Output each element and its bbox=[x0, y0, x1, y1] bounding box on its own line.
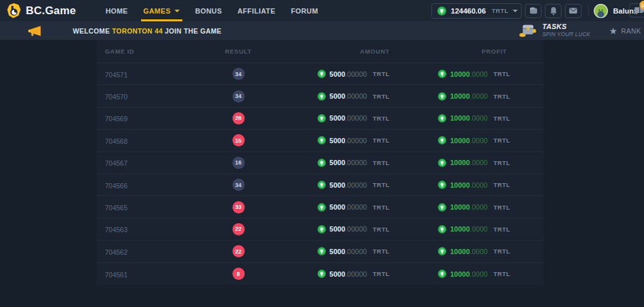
chat-notification-badge: 10 bbox=[639, 1, 644, 10]
profit-decimals: .0000 bbox=[470, 70, 488, 78]
header-divider bbox=[588, 5, 589, 17]
profit-currency: TRTL bbox=[493, 181, 510, 188]
amount-currency: TRTL bbox=[373, 181, 390, 188]
table-body: 704571 34 5000.00000 TRTL 10000.0000 TRT… bbox=[97, 63, 544, 285]
game-id: 704567 bbox=[105, 159, 128, 167]
amount-integer: 5000 bbox=[330, 159, 345, 166]
profit-currency: TRTL bbox=[493, 115, 510, 122]
messages-button[interactable] bbox=[565, 4, 582, 18]
trtl-coin-icon bbox=[438, 181, 446, 189]
profit-integer: 10000 bbox=[450, 137, 470, 144]
game-id: 704565 bbox=[105, 204, 128, 212]
profit-integer: 10000 bbox=[450, 225, 470, 233]
rank-button[interactable]: ★ RANK bbox=[609, 21, 641, 40]
avatar bbox=[594, 4, 608, 18]
profit-decimals: .0000 bbox=[470, 92, 488, 100]
tasks-widget[interactable]: TASKS SPIN YOUR LUCK bbox=[519, 23, 590, 37]
bets-table: GAME ID RESULT AMOUNT PROFIT 704571 34 5… bbox=[97, 40, 544, 285]
table-row[interactable]: 704561 8 5000.00000 TRTL 10000.0000 TRTL bbox=[97, 263, 544, 285]
amount-currency: TRTL bbox=[373, 270, 390, 277]
profit-currency: TRTL bbox=[493, 93, 510, 100]
amount-integer: 5000 bbox=[330, 92, 345, 100]
trtl-coin-icon bbox=[438, 92, 446, 101]
profit-decimals: .0000 bbox=[470, 159, 488, 166]
announcement-bar: WELCOME TORONTON 44 JOIN THE GAME TASKS … bbox=[0, 21, 644, 40]
trtl-coin-icon bbox=[437, 6, 446, 15]
top-bar: BC.Game HOME GAMES BONUS AFFILIATE FORUM bbox=[0, 0, 644, 21]
table-row[interactable]: 704566 34 5000.00000 TRTL 10000.0000 TRT… bbox=[97, 174, 544, 196]
amount-decimals: .00000 bbox=[345, 92, 367, 100]
result-badge: 22 bbox=[232, 245, 245, 257]
result-badge: 34 bbox=[232, 90, 245, 103]
trtl-coin-icon bbox=[317, 270, 326, 278]
balance-amount: 124460.06 bbox=[451, 7, 486, 15]
welcomed-username: TORONTON 44 bbox=[112, 27, 163, 35]
amount-integer: 5000 bbox=[330, 225, 345, 233]
main-content: GAME ID RESULT AMOUNT PROFIT 704571 34 5… bbox=[0, 40, 644, 307]
amount-currency: TRTL bbox=[373, 70, 390, 77]
star-icon: ★ bbox=[609, 26, 618, 35]
chevron-down-icon bbox=[175, 10, 180, 12]
trtl-coin-icon bbox=[317, 136, 326, 144]
profit-currency: TRTL bbox=[493, 226, 510, 233]
balance-selector[interactable]: 124460.06 TRTL bbox=[431, 3, 522, 19]
bell-icon bbox=[549, 6, 558, 15]
trtl-coin-icon bbox=[317, 92, 326, 101]
table-row[interactable]: 704563 22 5000.00000 TRTL 10000.0000 TRT… bbox=[97, 219, 544, 241]
nav-affiliate[interactable]: AFFILIATE bbox=[230, 0, 283, 21]
nav-home[interactable]: HOME bbox=[98, 0, 136, 21]
profit-currency: TRTL bbox=[493, 270, 510, 277]
game-id: 704563 bbox=[105, 226, 128, 233]
profit-decimals: .0000 bbox=[470, 225, 488, 233]
tasks-text: TASKS SPIN YOUR LUCK bbox=[542, 23, 590, 37]
bcgame-logo-icon bbox=[6, 3, 21, 19]
trtl-coin-icon bbox=[317, 181, 326, 189]
table-row[interactable]: 704570 34 5000.00000 TRTL 10000.0000 TRT… bbox=[97, 85, 544, 107]
amount-decimals: .00000 bbox=[345, 203, 367, 211]
profit-decimals: .0000 bbox=[470, 114, 488, 122]
result-badge: 15 bbox=[232, 134, 245, 146]
table-header: GAME ID RESULT AMOUNT PROFIT bbox=[97, 40, 544, 63]
treasure-chest-icon bbox=[519, 23, 536, 37]
brand-logo[interactable]: BC.Game bbox=[6, 3, 76, 19]
game-id: 704569 bbox=[105, 115, 128, 123]
amount-integer: 5000 bbox=[330, 181, 345, 189]
amount-decimals: .00000 bbox=[345, 225, 367, 233]
tasks-title: TASKS bbox=[542, 23, 590, 30]
profit-integer: 10000 bbox=[450, 248, 470, 255]
result-badge: 22 bbox=[232, 223, 245, 235]
game-id: 704561 bbox=[105, 271, 128, 279]
amount-integer: 5000 bbox=[330, 70, 345, 78]
chevron-down-icon bbox=[513, 10, 518, 12]
profit-integer: 10000 bbox=[450, 203, 470, 211]
trtl-coin-icon bbox=[438, 225, 446, 233]
wallet-button[interactable] bbox=[525, 4, 542, 18]
nav-bonus[interactable]: BONUS bbox=[187, 0, 230, 21]
profit-decimals: .0000 bbox=[470, 248, 488, 255]
table-row[interactable]: 704562 22 5000.00000 TRTL 10000.0000 TRT… bbox=[97, 241, 544, 262]
amount-integer: 5000 bbox=[330, 114, 345, 122]
game-id: 704568 bbox=[105, 137, 128, 145]
result-badge: 26 bbox=[232, 112, 245, 124]
top-right-controls: 124460.06 TRTL bbox=[431, 0, 644, 21]
result-badge: 33 bbox=[232, 201, 245, 213]
table-row[interactable]: 704568 15 5000.00000 TRTL 10000.0000 TRT… bbox=[97, 130, 544, 152]
trtl-coin-icon bbox=[438, 114, 446, 123]
brand-name: BC.Game bbox=[26, 5, 76, 17]
amount-integer: 5000 bbox=[330, 248, 345, 255]
amount-currency: TRTL bbox=[373, 159, 390, 166]
amount-integer: 5000 bbox=[330, 270, 345, 278]
trtl-coin-icon bbox=[317, 203, 326, 212]
table-row[interactable]: 704567 16 5000.00000 TRTL 10000.0000 TRT… bbox=[97, 152, 544, 174]
rank-label: RANK bbox=[621, 27, 641, 35]
table-row[interactable]: 704571 34 5000.00000 TRTL 10000.0000 TRT… bbox=[97, 63, 544, 85]
profit-decimals: .0000 bbox=[470, 203, 488, 211]
profit-currency: TRTL bbox=[493, 248, 510, 255]
table-row[interactable]: 704569 26 5000.00000 TRTL 10000.0000 TRT… bbox=[97, 108, 544, 130]
nav-forum[interactable]: FORUM bbox=[283, 0, 326, 21]
nav-games[interactable]: GAMES bbox=[136, 0, 187, 21]
notifications-button[interactable] bbox=[545, 4, 562, 18]
result-badge: 34 bbox=[232, 68, 245, 80]
table-row[interactable]: 704565 33 5000.00000 TRTL 10000.0000 TRT… bbox=[97, 196, 544, 218]
amount-currency: TRTL bbox=[373, 93, 390, 100]
